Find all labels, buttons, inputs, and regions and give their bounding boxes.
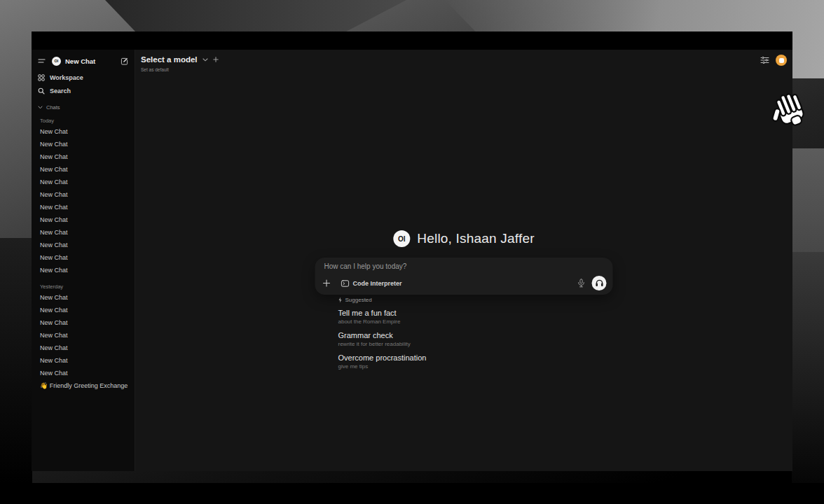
message-input[interactable] xyxy=(324,262,604,270)
wallpaper-shape xyxy=(0,238,32,484)
model-selector[interactable]: Select a model xyxy=(141,55,219,64)
sidebar-chat-item[interactable]: New Chat xyxy=(38,138,128,150)
sidebar-chat-item[interactable]: New Chat xyxy=(38,188,128,201)
voice-call-button[interactable] xyxy=(592,276,607,290)
spark-icon xyxy=(338,297,343,303)
attach-plus-button[interactable] xyxy=(323,279,331,287)
chevron-down-icon xyxy=(38,106,43,109)
user-avatar[interactable] xyxy=(776,55,787,66)
suggestion-subtitle: about the Roman Empire xyxy=(338,318,613,325)
wallpaper-shape xyxy=(792,148,824,252)
model-selector-label: Select a model xyxy=(141,55,198,64)
wallpaper-shape xyxy=(792,252,824,483)
chats-section-toggle[interactable]: Chats xyxy=(38,104,128,111)
sidebar-item-workspace[interactable]: Workspace xyxy=(38,72,128,83)
chat-group-label-yesterday: Yesterday xyxy=(38,284,128,290)
sidebar-chat-item[interactable]: New Chat xyxy=(38,304,128,316)
sidebar-chat-item[interactable]: New Chat xyxy=(38,316,128,329)
sidebar-item-search[interactable]: Search xyxy=(38,85,128,97)
code-interpreter-label: Code Interpreter xyxy=(353,280,402,287)
sidebar-chat-item[interactable]: New Chat xyxy=(38,354,128,367)
chevron-down-icon xyxy=(202,58,208,62)
wallpaper-shape xyxy=(0,483,824,504)
sidebar-chat-item[interactable]: New Chat xyxy=(38,150,128,163)
message-composer: Code Interpreter xyxy=(315,258,613,295)
workspace-icon xyxy=(38,74,45,81)
chat-group-label-today: Today xyxy=(38,118,128,124)
suggestion-list: Tell me a fun fact about the Roman Empir… xyxy=(338,309,613,370)
menu-icon[interactable] xyxy=(38,58,46,64)
set-default-link[interactable]: Set as default xyxy=(141,67,169,72)
sidebar-item-label: Workspace xyxy=(50,74,83,81)
sidebar-title: New Chat xyxy=(65,57,95,65)
sidebar-chat-item[interactable]: New Chat xyxy=(38,201,128,214)
sidebar-item-label: Search xyxy=(50,88,71,94)
sidebar-chat-item[interactable]: New Chat xyxy=(38,342,128,354)
wallpaper-shape xyxy=(105,0,406,31)
suggestion-item[interactable]: Grammar check rewrite it for better read… xyxy=(338,331,613,347)
sidebar-chat-item[interactable]: New Chat xyxy=(38,329,128,342)
sidebar-chat-item[interactable]: New Chat xyxy=(38,291,128,304)
main-content: Select a model Set as default xyxy=(135,50,792,471)
suggestion-item[interactable]: Overcome procrastination give me tips xyxy=(338,354,613,370)
suggestion-title: Tell me a fun fact xyxy=(338,309,613,317)
greeting-text: Hello, Ishaan Jaffer xyxy=(417,231,534,246)
headset-icon xyxy=(595,279,603,287)
sidebar-chat-item[interactable]: New Chat xyxy=(38,226,128,239)
sidebar-chat-item[interactable]: New Chat xyxy=(38,125,128,138)
sidebar-chat-item[interactable]: New Chat xyxy=(38,251,128,264)
chat-list-yesterday: New Chat New Chat New Chat New Chat New … xyxy=(38,291,128,379)
app-logo: OI xyxy=(52,57,61,66)
suggestion-title: Grammar check xyxy=(338,331,613,340)
chat-list-today: New Chat New Chat New Chat New Chat New … xyxy=(38,125,128,276)
chats-section-label: Chats xyxy=(46,104,60,111)
microphone-icon[interactable] xyxy=(578,279,585,288)
suggestions-section: Suggested Tell me a fun fact about the R… xyxy=(315,297,613,376)
code-interpreter-icon xyxy=(341,280,350,287)
suggestion-subtitle: give me tips xyxy=(338,363,613,370)
suggested-label: Suggested xyxy=(345,297,372,303)
openwebui-window: OI New Chat Workspace Searc xyxy=(32,31,792,471)
window-titlebar xyxy=(32,31,792,50)
sidebar-chat-item[interactable]: New Chat xyxy=(38,264,128,276)
add-model-button[interactable] xyxy=(213,57,219,62)
app-logo: OI xyxy=(393,230,410,247)
search-icon xyxy=(38,88,45,94)
suggestion-title: Overcome procrastination xyxy=(338,354,613,362)
avatar-glyph xyxy=(779,58,784,63)
sidebar-chat-item[interactable]: New Chat xyxy=(38,367,128,379)
sidebar-chat-item[interactable]: New Chat xyxy=(38,176,128,188)
suggestion-subtitle: rewrite it for better readability xyxy=(338,341,613,347)
sidebar-chat-item-named[interactable]: 👋 Friendly Greeting Exchange xyxy=(38,379,128,392)
suggestion-item[interactable]: Tell me a fun fact about the Roman Empir… xyxy=(338,309,613,325)
code-interpreter-toggle[interactable]: Code Interpreter xyxy=(341,280,402,287)
settings-sliders-icon[interactable] xyxy=(760,56,769,64)
sidebar-chat-item[interactable]: New Chat xyxy=(38,239,128,251)
sidebar-chat-item[interactable]: New Chat xyxy=(38,214,128,226)
desktop-background: OI New Chat Workspace Searc xyxy=(0,0,824,504)
greeting-row: OI Hello, Ishaan Jaffer xyxy=(393,230,534,247)
sidebar: OI New Chat Workspace Searc xyxy=(32,50,135,471)
new-chat-compose-button[interactable] xyxy=(121,57,128,65)
sidebar-chat-item[interactable]: New Chat xyxy=(38,163,128,176)
